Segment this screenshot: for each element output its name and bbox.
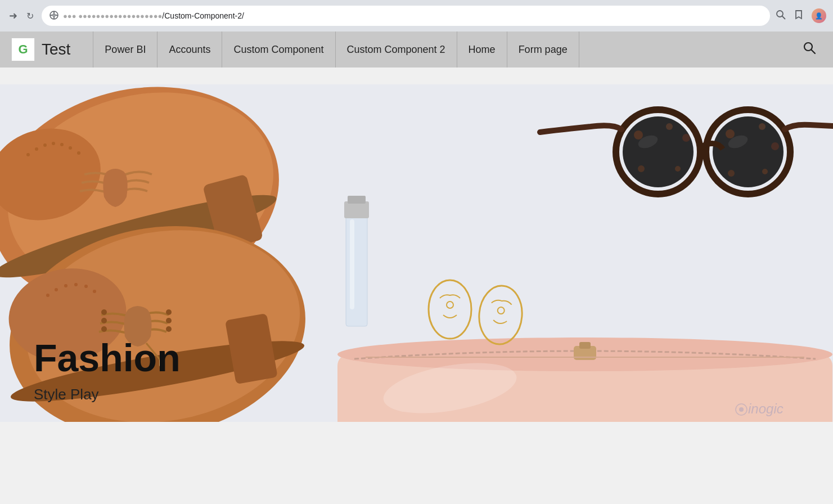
svg-line-2 bbox=[782, 16, 785, 19]
svg-point-43 bbox=[634, 130, 643, 140]
svg-rect-37 bbox=[346, 214, 367, 326]
svg-rect-38 bbox=[344, 201, 369, 218]
svg-point-16 bbox=[77, 151, 80, 155]
back-button[interactable]: ➜ bbox=[7, 7, 20, 24]
svg-point-0 bbox=[50, 11, 58, 19]
svg-point-30 bbox=[101, 326, 107, 332]
svg-point-26 bbox=[84, 285, 88, 288]
svg-line-4 bbox=[812, 50, 816, 54]
browser-nav-buttons: ➜ ↻ bbox=[7, 7, 36, 24]
svg-rect-40 bbox=[350, 219, 354, 309]
svg-point-31 bbox=[166, 309, 172, 315]
svg-rect-39 bbox=[348, 196, 366, 204]
svg-point-42 bbox=[623, 116, 694, 187]
svg-point-27 bbox=[93, 290, 96, 293]
nav-item-home[interactable]: Home bbox=[457, 32, 507, 68]
url-path: /Custom-Component-2/ bbox=[162, 11, 244, 20]
nav-item-form-page[interactable]: Form page bbox=[507, 32, 579, 68]
address-bar-text: ●●● ●●●●●●●●●●●●●●●●●●●/Custom-Component… bbox=[63, 11, 762, 20]
svg-text:inogic: inogic bbox=[748, 401, 784, 416]
svg-point-25 bbox=[74, 283, 78, 286]
svg-point-50 bbox=[726, 129, 735, 138]
browser-chrome: ➜ ↻ ●●● ●●●●●●●●●●●●●●●●●●●/Custom-Compo… bbox=[0, 0, 833, 32]
svg-text:Fashion: Fashion bbox=[34, 336, 181, 379]
svg-point-32 bbox=[166, 318, 172, 323]
svg-point-24 bbox=[64, 284, 67, 287]
hero-image: Fashion Style Play inogic bbox=[0, 84, 833, 422]
svg-point-45 bbox=[682, 134, 690, 142]
svg-point-49 bbox=[713, 116, 784, 187]
svg-point-12 bbox=[43, 143, 47, 147]
svg-point-44 bbox=[666, 123, 673, 130]
refresh-button[interactable]: ↻ bbox=[24, 8, 36, 24]
svg-point-23 bbox=[55, 288, 58, 291]
svg-point-28 bbox=[101, 309, 107, 315]
svg-text:Style Play: Style Play bbox=[34, 386, 99, 403]
svg-point-33 bbox=[166, 326, 172, 332]
svg-point-72 bbox=[739, 407, 744, 412]
address-bar[interactable]: ●●● ●●●●●●●●●●●●●●●●●●●/Custom-Component… bbox=[42, 6, 770, 26]
svg-point-46 bbox=[675, 166, 681, 172]
nav-search-button[interactable] bbox=[797, 41, 822, 58]
app-navbar: G Test Power BI Accounts Custom Componen… bbox=[0, 32, 833, 68]
app-title: Test bbox=[42, 40, 70, 58]
svg-point-22 bbox=[46, 294, 49, 297]
svg-point-53 bbox=[762, 169, 768, 174]
svg-point-11 bbox=[35, 147, 38, 151]
bookmark-icon[interactable] bbox=[794, 10, 804, 22]
app-nav-items: Power BI Accounts Custom Component Custo… bbox=[93, 32, 822, 68]
svg-point-52 bbox=[771, 142, 779, 150]
nav-item-power-bi[interactable]: Power BI bbox=[93, 32, 157, 68]
profile-icon[interactable]: 👤 bbox=[812, 8, 826, 23]
svg-point-51 bbox=[759, 123, 766, 130]
app-logo-icon: G bbox=[11, 38, 35, 61]
hero-section: Fashion Style Play inogic Fashion Style … bbox=[0, 84, 833, 422]
svg-point-47 bbox=[638, 165, 645, 172]
nav-item-custom-component-2[interactable]: Custom Component 2 bbox=[336, 32, 457, 68]
nav-item-custom-component[interactable]: Custom Component bbox=[222, 32, 335, 68]
search-icon[interactable] bbox=[776, 10, 786, 22]
nav-spacer bbox=[0, 68, 833, 84]
svg-point-29 bbox=[101, 318, 107, 323]
svg-point-54 bbox=[728, 170, 735, 177]
app-logo: G Test bbox=[11, 38, 70, 61]
svg-point-13 bbox=[52, 142, 55, 145]
svg-point-15 bbox=[69, 146, 72, 150]
address-bar-icon bbox=[49, 11, 58, 21]
svg-rect-60 bbox=[579, 342, 591, 349]
svg-point-14 bbox=[60, 143, 64, 146]
svg-point-10 bbox=[26, 153, 30, 156]
browser-right-icons: 👤 bbox=[776, 8, 826, 23]
nav-item-accounts[interactable]: Accounts bbox=[157, 32, 222, 68]
